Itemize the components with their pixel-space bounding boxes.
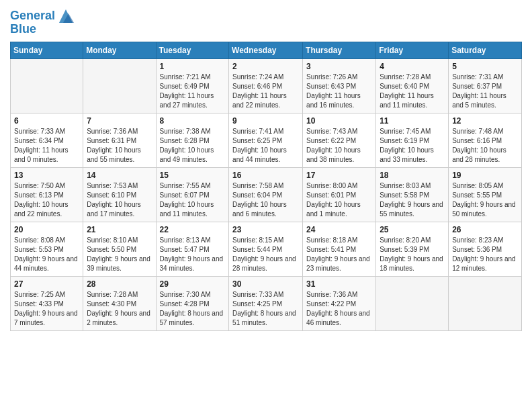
header: General Blue	[10, 7, 522, 36]
day-number: 9	[232, 116, 299, 126]
day-cell: 4Sunrise: 7:28 AM Sunset: 6:40 PM Daylig…	[376, 58, 449, 113]
day-cell: 28Sunrise: 7:28 AM Sunset: 4:30 PM Dayli…	[83, 276, 156, 330]
day-cell: 19Sunrise: 8:05 AM Sunset: 5:55 PM Dayli…	[449, 167, 522, 222]
day-cell: 18Sunrise: 8:03 AM Sunset: 5:58 PM Dayli…	[376, 167, 449, 222]
day-number: 14	[87, 171, 152, 180]
day-cell: 26Sunrise: 8:23 AM Sunset: 5:36 PM Dayli…	[449, 222, 522, 276]
logo-text-general: General	[10, 9, 55, 23]
day-cell: 27Sunrise: 7:25 AM Sunset: 4:33 PM Dayli…	[11, 276, 83, 330]
day-cell: 31Sunrise: 7:36 AM Sunset: 4:22 PM Dayli…	[303, 276, 376, 330]
day-cell: 2Sunrise: 7:24 AM Sunset: 6:46 PM Daylig…	[229, 58, 303, 113]
day-number: 15	[160, 171, 226, 180]
day-number: 12	[452, 116, 518, 126]
day-cell: 9Sunrise: 7:41 AM Sunset: 6:25 PM Daylig…	[229, 113, 303, 167]
day-cell: 22Sunrise: 8:13 AM Sunset: 5:47 PM Dayli…	[156, 222, 229, 276]
day-number: 30	[232, 279, 299, 289]
week-row-5: 27Sunrise: 7:25 AM Sunset: 4:33 PM Dayli…	[11, 276, 522, 330]
weekday-tuesday: Tuesday	[156, 42, 229, 58]
day-number: 28	[87, 279, 152, 289]
day-cell: 8Sunrise: 7:38 AM Sunset: 6:28 PM Daylig…	[156, 113, 229, 167]
day-info: Sunrise: 8:00 AM Sunset: 6:01 PM Dayligh…	[306, 181, 372, 219]
calendar-body: 1Sunrise: 7:21 AM Sunset: 6:49 PM Daylig…	[11, 58, 522, 330]
day-cell: 30Sunrise: 7:33 AM Sunset: 4:25 PM Dayli…	[229, 276, 303, 330]
day-number: 17	[306, 171, 372, 180]
week-row-1: 1Sunrise: 7:21 AM Sunset: 6:49 PM Daylig…	[11, 58, 522, 113]
day-info: Sunrise: 7:55 AM Sunset: 6:07 PM Dayligh…	[160, 181, 226, 219]
day-number: 26	[452, 225, 518, 234]
day-number: 4	[380, 62, 445, 71]
day-info: Sunrise: 8:18 AM Sunset: 5:41 PM Dayligh…	[306, 236, 372, 273]
day-info: Sunrise: 7:50 AM Sunset: 6:13 PM Dayligh…	[14, 181, 79, 219]
day-info: Sunrise: 7:33 AM Sunset: 6:34 PM Dayligh…	[14, 127, 79, 165]
day-info: Sunrise: 7:28 AM Sunset: 6:40 PM Dayligh…	[380, 73, 445, 110]
day-cell: 12Sunrise: 7:48 AM Sunset: 6:16 PM Dayli…	[449, 113, 522, 167]
day-number: 29	[160, 279, 226, 289]
day-cell: 6Sunrise: 7:33 AM Sunset: 6:34 PM Daylig…	[11, 113, 83, 167]
logo: General Blue	[10, 7, 75, 36]
day-info: Sunrise: 7:28 AM Sunset: 4:30 PM Dayligh…	[87, 290, 152, 328]
weekday-friday: Friday	[376, 42, 449, 58]
day-info: Sunrise: 7:33 AM Sunset: 4:25 PM Dayligh…	[232, 290, 299, 328]
day-info: Sunrise: 8:20 AM Sunset: 5:39 PM Dayligh…	[380, 236, 445, 273]
day-number: 13	[14, 171, 79, 180]
day-cell: 5Sunrise: 7:31 AM Sunset: 6:37 PM Daylig…	[449, 58, 522, 113]
day-number: 11	[380, 116, 445, 126]
day-info: Sunrise: 7:45 AM Sunset: 6:19 PM Dayligh…	[380, 127, 445, 165]
day-number: 31	[306, 279, 372, 289]
day-number: 7	[87, 116, 152, 126]
day-cell	[83, 58, 156, 113]
day-info: Sunrise: 7:36 AM Sunset: 6:31 PM Dayligh…	[87, 127, 152, 165]
day-info: Sunrise: 8:03 AM Sunset: 5:58 PM Dayligh…	[380, 181, 445, 219]
day-number: 21	[87, 225, 152, 234]
day-cell	[376, 276, 449, 330]
day-number: 6	[14, 116, 79, 126]
day-number: 19	[452, 171, 518, 180]
day-number: 10	[306, 116, 372, 126]
day-cell: 10Sunrise: 7:43 AM Sunset: 6:22 PM Dayli…	[303, 113, 376, 167]
day-number: 1	[160, 62, 226, 71]
day-cell: 11Sunrise: 7:45 AM Sunset: 6:19 PM Dayli…	[376, 113, 449, 167]
day-cell: 20Sunrise: 8:08 AM Sunset: 5:53 PM Dayli…	[11, 222, 83, 276]
day-info: Sunrise: 8:08 AM Sunset: 5:53 PM Dayligh…	[14, 236, 79, 273]
week-row-3: 13Sunrise: 7:50 AM Sunset: 6:13 PM Dayli…	[11, 167, 522, 222]
day-number: 3	[306, 62, 372, 71]
day-number: 18	[380, 171, 445, 180]
day-cell: 24Sunrise: 8:18 AM Sunset: 5:41 PM Dayli…	[303, 222, 376, 276]
day-number: 20	[14, 225, 79, 234]
week-row-2: 6Sunrise: 7:33 AM Sunset: 6:34 PM Daylig…	[11, 113, 522, 167]
day-number: 22	[160, 225, 226, 234]
day-number: 23	[232, 225, 299, 234]
day-cell: 15Sunrise: 7:55 AM Sunset: 6:07 PM Dayli…	[156, 167, 229, 222]
day-cell: 14Sunrise: 7:53 AM Sunset: 6:10 PM Dayli…	[83, 167, 156, 222]
day-info: Sunrise: 8:23 AM Sunset: 5:36 PM Dayligh…	[452, 236, 518, 273]
day-info: Sunrise: 8:05 AM Sunset: 5:55 PM Dayligh…	[452, 181, 518, 219]
day-info: Sunrise: 7:48 AM Sunset: 6:16 PM Dayligh…	[452, 127, 518, 165]
week-row-4: 20Sunrise: 8:08 AM Sunset: 5:53 PM Dayli…	[11, 222, 522, 276]
day-cell: 13Sunrise: 7:50 AM Sunset: 6:13 PM Dayli…	[11, 167, 83, 222]
day-number: 24	[306, 225, 372, 234]
day-info: Sunrise: 7:38 AM Sunset: 6:28 PM Dayligh…	[160, 127, 226, 165]
day-info: Sunrise: 7:58 AM Sunset: 6:04 PM Dayligh…	[232, 181, 299, 219]
day-info: Sunrise: 7:21 AM Sunset: 6:49 PM Dayligh…	[160, 73, 226, 110]
day-info: Sunrise: 7:24 AM Sunset: 6:46 PM Dayligh…	[232, 73, 299, 110]
weekday-wednesday: Wednesday	[229, 42, 303, 58]
day-cell: 3Sunrise: 7:26 AM Sunset: 6:43 PM Daylig…	[303, 58, 376, 113]
day-number: 27	[14, 279, 79, 289]
day-info: Sunrise: 7:43 AM Sunset: 6:22 PM Dayligh…	[306, 127, 372, 165]
day-cell: 1Sunrise: 7:21 AM Sunset: 6:49 PM Daylig…	[156, 58, 229, 113]
day-info: Sunrise: 8:13 AM Sunset: 5:47 PM Dayligh…	[160, 236, 226, 273]
day-cell: 16Sunrise: 7:58 AM Sunset: 6:04 PM Dayli…	[229, 167, 303, 222]
day-cell: 21Sunrise: 8:10 AM Sunset: 5:50 PM Dayli…	[83, 222, 156, 276]
day-info: Sunrise: 7:31 AM Sunset: 6:37 PM Dayligh…	[452, 73, 518, 110]
day-cell	[449, 276, 522, 330]
logo-text-blue: Blue	[10, 23, 36, 36]
day-info: Sunrise: 8:15 AM Sunset: 5:44 PM Dayligh…	[232, 236, 299, 273]
weekday-sunday: Sunday	[11, 42, 83, 58]
page: General Blue SundayMondayTuesdayWednesda…	[0, 0, 532, 411]
day-cell: 17Sunrise: 8:00 AM Sunset: 6:01 PM Dayli…	[303, 167, 376, 222]
day-cell: 23Sunrise: 8:15 AM Sunset: 5:44 PM Dayli…	[229, 222, 303, 276]
weekday-monday: Monday	[83, 42, 156, 58]
day-info: Sunrise: 7:25 AM Sunset: 4:33 PM Dayligh…	[14, 290, 79, 328]
day-number: 25	[380, 225, 445, 234]
day-cell: 29Sunrise: 7:30 AM Sunset: 4:28 PM Dayli…	[156, 276, 229, 330]
